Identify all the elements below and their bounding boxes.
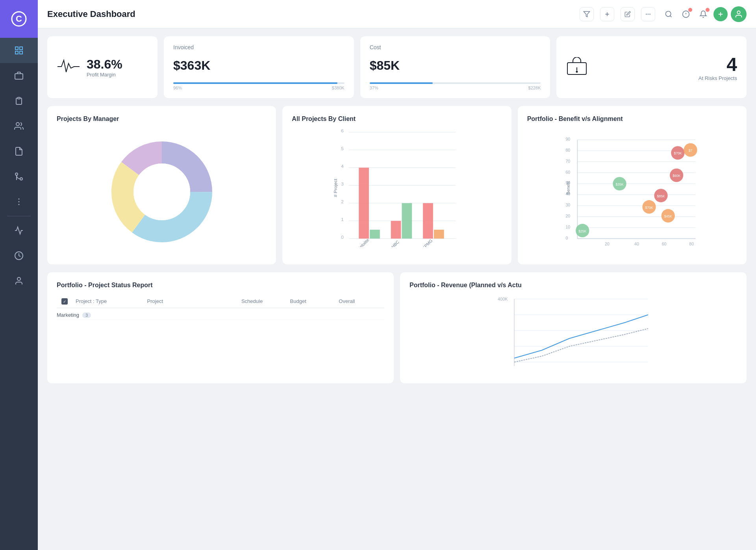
search-button[interactable] <box>662 7 676 21</box>
col-budget: Budget <box>290 298 336 305</box>
donut-chart-wrapper <box>57 129 267 255</box>
plus-icon <box>604 11 610 17</box>
svg-text:10: 10 <box>565 225 570 229</box>
svg-text:5: 5 <box>341 146 344 151</box>
svg-text:70: 70 <box>565 159 570 164</box>
col-overall: Overall <box>339 298 384 305</box>
svg-text:Benefit: Benefit <box>566 181 571 194</box>
cost-max: $228K <box>528 85 541 90</box>
edit-button[interactable] <box>621 7 635 21</box>
svg-text:$60K: $60K <box>673 174 680 178</box>
svg-text:$25K: $25K <box>578 229 586 233</box>
bell-button[interactable] <box>696 7 710 21</box>
header-checkbox-wrapper: ✓ <box>57 298 72 305</box>
notifications-button[interactable] <box>679 7 693 21</box>
sidebar-item-clock[interactable] <box>0 243 38 268</box>
donut-chart <box>107 137 217 247</box>
svg-text:$45K: $45K <box>664 214 672 218</box>
add-button[interactable] <box>713 7 728 21</box>
svg-text:20: 20 <box>565 214 570 218</box>
more-icon <box>14 197 24 206</box>
filter-icon <box>583 11 590 18</box>
main-area: Executive Dashboard <box>38 0 756 550</box>
svg-text:400K: 400K <box>498 297 508 301</box>
sidebar-item-person[interactable] <box>0 268 38 294</box>
svg-text:2: 2 <box>341 199 344 204</box>
sidebar-item-more[interactable] <box>0 189 38 214</box>
invoiced-pct: 96% <box>173 85 182 90</box>
bar-chart-svg: 0 1 2 3 4 5 6 # Project <box>292 129 502 247</box>
svg-text:80: 80 <box>565 148 570 152</box>
marketing-label: Marketing <box>57 312 79 318</box>
at-risk-label: At Risks Projects <box>699 75 737 81</box>
filter-button[interactable] <box>580 7 594 21</box>
select-all-checkbox[interactable]: ✓ <box>61 298 68 305</box>
cost-card: Cost $85K 37% $228K <box>360 36 550 98</box>
svg-text:0: 0 <box>565 236 568 240</box>
svg-text:60: 60 <box>662 242 666 246</box>
invoiced-value: $363K <box>173 58 210 73</box>
svg-rect-55 <box>391 221 401 239</box>
sidebar: C <box>0 0 38 550</box>
svg-text:40: 40 <box>634 242 639 246</box>
svg-rect-56 <box>402 203 412 239</box>
bottom-row: Portfolio - Project Status Report ✓ Proj… <box>47 272 747 383</box>
svg-text:0: 0 <box>341 234 344 240</box>
at-risk-section: 4 At Risks Projects <box>699 54 737 81</box>
profit-margin-value: 38.6% <box>87 57 122 72</box>
svg-rect-2 <box>15 47 18 50</box>
user-avatar[interactable] <box>731 6 747 22</box>
sidebar-item-briefcase[interactable] <box>0 63 38 88</box>
sidebar-item-dashboard[interactable] <box>0 38 38 63</box>
scatter-chart-container: 0 10 20 30 40 50 60 70 80 90 Benefit <box>527 129 737 247</box>
svg-line-23 <box>670 15 672 17</box>
marketing-badge: 3 <box>82 312 91 318</box>
cost-pct: 37% <box>370 85 378 90</box>
svg-point-15 <box>17 277 20 281</box>
add-widget-button[interactable] <box>600 7 614 21</box>
svg-text:Deloitte: Deloitte <box>357 238 370 247</box>
svg-text:90: 90 <box>565 137 570 141</box>
more-options-button[interactable] <box>641 7 655 21</box>
col-project-type: Project : Type <box>76 298 144 305</box>
sidebar-item-git[interactable] <box>0 164 38 189</box>
svg-text:$70K: $70K <box>645 206 653 210</box>
svg-point-19 <box>646 13 647 15</box>
sidebar-item-chart[interactable] <box>0 218 38 243</box>
col-project: Project <box>147 298 238 305</box>
sidebar-logo[interactable]: C <box>0 0 38 38</box>
svg-rect-7 <box>18 97 20 99</box>
all-projects-title: All Projects By Client <box>292 115 502 123</box>
table-header: ✓ Project : Type Project Schedule Budget… <box>57 295 384 308</box>
sidebar-item-clipboard[interactable] <box>0 88 38 113</box>
at-risk-card: 4 At Risks Projects <box>556 36 747 98</box>
invoiced-max: $380K <box>332 85 345 90</box>
benefit-alignment-title: Portfolio - Benefit v/s Alignment <box>527 115 737 123</box>
benefit-alignment-card: Portfolio - Benefit v/s Alignment 0 10 2… <box>518 106 747 264</box>
dots-icon <box>645 11 651 17</box>
svg-point-22 <box>666 11 671 16</box>
svg-point-32 <box>576 71 578 72</box>
svg-rect-4 <box>15 51 18 54</box>
metrics-row: 38.6% Profit Margin Invoiced $363K 96% $… <box>47 36 747 98</box>
svg-point-20 <box>648 13 649 15</box>
svg-point-8 <box>16 123 19 126</box>
briefcase-icon <box>14 71 24 80</box>
bell-badge <box>706 8 710 12</box>
cost-label: Cost <box>370 44 381 50</box>
svg-text:3: 3 <box>341 181 344 186</box>
cost-value: $85K <box>370 58 400 73</box>
sidebar-item-users[interactable] <box>0 113 38 139</box>
svg-rect-6 <box>15 74 23 79</box>
svg-text:$85K: $85K <box>657 194 665 198</box>
svg-text:$7: $7 <box>688 149 692 152</box>
users-icon <box>14 121 24 131</box>
svg-rect-57 <box>423 203 433 239</box>
sidebar-divider <box>7 216 31 216</box>
sidebar-item-file[interactable] <box>0 139 38 164</box>
revenue-card: Portfolio - Revenue (Planned v/s Actu 40… <box>400 272 747 383</box>
svg-point-29 <box>737 11 740 13</box>
svg-text:4: 4 <box>341 164 344 169</box>
project-status-report-card: Portfolio - Project Status Report ✓ Proj… <box>47 272 394 383</box>
clipboard-icon <box>14 96 24 106</box>
